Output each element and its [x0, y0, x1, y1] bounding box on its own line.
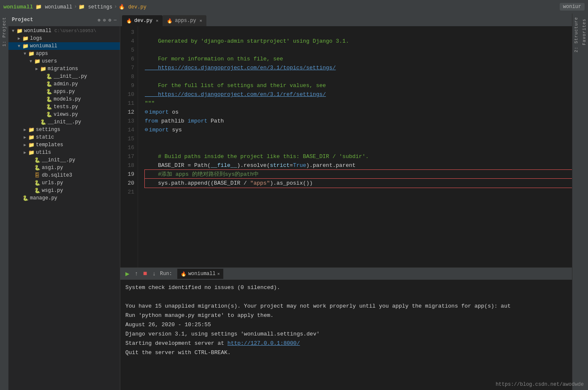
code-os-12: os: [172, 108, 179, 117]
scroll-down-btn[interactable]: ↓: [151, 270, 157, 278]
woniumall-folder-label: woniumall: [30, 43, 57, 49]
console-line-7: Quit the server with CTRL-BREAK.: [125, 348, 567, 357]
tests-icon: 🐍: [46, 104, 52, 110]
tree-asgi[interactable]: 🐍 asgi.py: [8, 164, 120, 172]
db-icon: 🗄: [34, 172, 41, 178]
code-comment-9: For the full list of settings and their …: [145, 81, 326, 90]
tree-utils[interactable]: ▶ 📁 utils: [8, 149, 120, 156]
line-num-17: 17: [120, 152, 138, 161]
tree-apps[interactable]: ▼ 📁 apps: [8, 50, 120, 57]
bottom-tab-close[interactable]: ✕: [217, 271, 220, 276]
scroll-up-btn[interactable]: ↑: [133, 270, 140, 278]
left-side-tabs: 1: Project: [0, 14, 8, 390]
console-area: System check identified no issues (0 sil…: [120, 280, 572, 390]
root-folder-icon: 📁: [16, 28, 23, 34]
console-line-1: System check identified no issues (0 sil…: [125, 283, 567, 292]
line-num-8: 8: [120, 72, 138, 81]
stop-btn[interactable]: ■: [141, 269, 149, 278]
code-comment-6: For more information on this file, see: [145, 55, 283, 63]
tree-admin[interactable]: 🐍 admin.py: [8, 80, 120, 88]
code-basedir-18: BASE_DIR = Path(: [145, 161, 211, 170]
logs-arrow: ▶: [16, 36, 22, 41]
code-line-8: [145, 72, 572, 81]
views-label: views.py: [54, 112, 78, 117]
tree-root[interactable]: ▼ 📁 woniumall C:\Users\10953\: [8, 27, 120, 35]
tree-init3[interactable]: 🐍 __init__.py: [8, 156, 120, 164]
code-area[interactable]: Generated by 'django-admin startproject'…: [138, 26, 572, 267]
code-import-12: import: [149, 108, 172, 117]
code-comment-17: # Build paths inside the project like th…: [145, 152, 369, 161]
code-resolve-18: ).resolve(: [237, 161, 270, 170]
code-link-7[interactable]: https://docs.djangoproject.com/en/3.1/to…: [145, 63, 336, 72]
breadcrumb-settings[interactable]: 📁 settings: [79, 4, 112, 10]
favorites-label: Favorites: [581, 17, 588, 47]
code-posix-20: ).as_posix()): [270, 179, 312, 188]
code-parent-18: ).parent.parent: [306, 161, 355, 170]
tab-appspy-label: apps.py: [175, 18, 196, 24]
tree-settings-folder[interactable]: ▶ 📁 settings: [8, 126, 120, 134]
side-tab-project[interactable]: 1: Project: [1, 15, 8, 48]
bottom-tab-woniumall[interactable]: 🔥 woniumall ✕: [177, 269, 223, 279]
toolbar-expand-btn[interactable]: ⊕: [98, 17, 101, 23]
tree-woniumall-folder[interactable]: ▼ 📁 woniumall: [8, 42, 120, 50]
line-num-16: 16: [120, 143, 138, 152]
line-num-14: 14: [120, 125, 138, 134]
tree-models[interactable]: 🐍 models.py: [8, 95, 120, 103]
tab-devpy[interactable]: 🔥 dev.py ✕: [122, 15, 163, 26]
tree-static[interactable]: ▶ 📁 static: [8, 134, 120, 141]
console-link-server[interactable]: http://127.0.0.1:8000/: [228, 340, 300, 346]
tree-urls[interactable]: 🐍 urls.py: [8, 179, 120, 187]
tree-tests[interactable]: 🐍 tests.py: [8, 103, 120, 111]
tree-wsgi[interactable]: 🐍 wsgi.py: [8, 187, 120, 194]
appspy-label: apps.py: [54, 89, 75, 95]
line-numbers: 3 4 5 6 7 8 9 10 11 12 13 14 15 16 17 18…: [120, 26, 138, 267]
wsgi-icon: 🐍: [34, 188, 41, 194]
project-panel: Project ⊕ ⊜ ⚙ — ▼ 📁 woniumall C:\Users\1…: [8, 14, 120, 390]
static-arrow: ▶: [22, 135, 28, 140]
tree-logs[interactable]: ▶ 📁 logs: [8, 35, 120, 42]
tab-appspy-close[interactable]: ✕: [200, 18, 202, 23]
run-btn[interactable]: ▶: [124, 269, 131, 279]
woniumall-arrow: ▼: [16, 44, 22, 49]
code-line-17: # Build paths inside the project like th…: [145, 152, 572, 161]
code-file-18: __file__: [211, 161, 237, 170]
code-line-14: ⊖import sys: [145, 125, 572, 134]
tree-migrations[interactable]: ▶ 📁 migrations: [8, 65, 120, 73]
toolbar-close-btn[interactable]: —: [114, 17, 117, 23]
tree-db[interactable]: 🗄 db.sqlite3: [8, 172, 120, 179]
migrations-arrow: ▶: [34, 66, 40, 71]
asgi-label: asgi.py: [42, 165, 63, 171]
tree-init2[interactable]: 🐍 __init__.py: [8, 118, 120, 126]
tab-appspy[interactable]: 🔥 apps.py ✕: [163, 15, 206, 26]
app-logo: woniumall: [3, 4, 33, 10]
breadcrumb-woniumall[interactable]: 📁 woniumall: [35, 4, 72, 10]
code-link-10[interactable]: https://docs.djangoproject.com/en/3.1/re…: [145, 90, 326, 99]
line-num-11: 11: [120, 99, 138, 108]
side-tab-structure[interactable]: 2: Structure: [573, 15, 580, 54]
models-icon: 🐍: [46, 96, 52, 102]
toolbar-collapse-btn[interactable]: ⊜: [103, 17, 106, 23]
tab-devpy-close[interactable]: ✕: [156, 18, 158, 23]
tree-init1[interactable]: 🐍 __init__.py: [8, 73, 120, 80]
tree-views[interactable]: 🐍 views.py: [8, 111, 120, 118]
tree-templates[interactable]: ▶ 📁 templates: [8, 141, 120, 149]
breadcrumb: 📁 woniumall › 📁 settings › 🔥 dev.py: [35, 4, 146, 10]
line-num-18: 18: [120, 161, 138, 170]
favorites-strip: Favorites: [580, 14, 588, 390]
code-line-3: [145, 28, 572, 37]
urls-icon: 🐍: [34, 180, 41, 186]
code-line-11: """: [145, 99, 572, 108]
init3-icon: 🐍: [34, 157, 41, 163]
project-panel-header: Project ⊕ ⊜ ⚙ —: [8, 14, 120, 26]
breadcrumb-devpy[interactable]: 🔥 dev.py: [119, 4, 146, 10]
toolbar-settings-btn[interactable]: ⚙: [108, 17, 111, 23]
line-num-9: 9: [120, 81, 138, 90]
appspy-icon: 🐍: [46, 89, 52, 95]
tree-users[interactable]: ▼ 📁 users: [8, 57, 120, 65]
templates-arrow: ▶: [22, 142, 28, 147]
woniumall-folder-icon: 📁: [22, 43, 29, 49]
users-folder-icon: 📁: [34, 58, 41, 64]
tree-manage[interactable]: 🐍 manage.py: [8, 194, 120, 202]
tree-apps-py[interactable]: 🐍 apps.py: [8, 88, 120, 95]
init1-label: __init__.py: [54, 74, 87, 79]
